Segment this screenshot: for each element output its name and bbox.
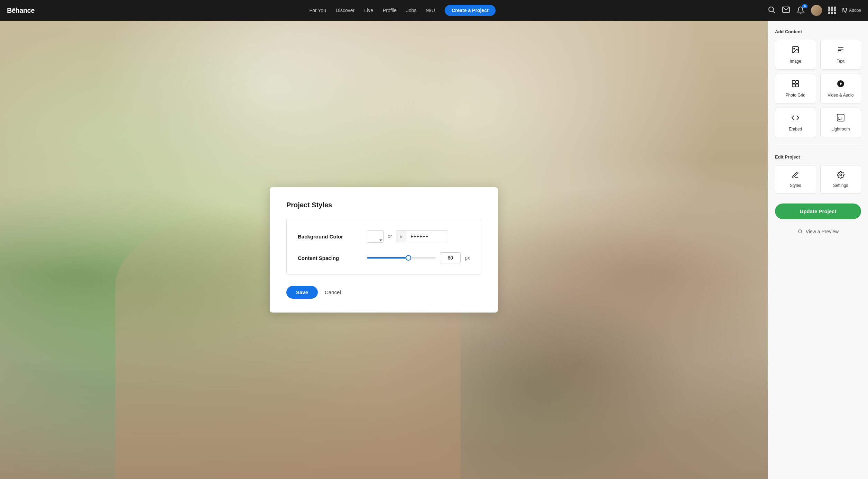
cancel-button[interactable]: Cancel bbox=[325, 289, 341, 295]
add-content-grid: Image T Text Photo Grid bbox=[775, 40, 861, 137]
svg-point-18 bbox=[798, 230, 801, 233]
svg-point-4 bbox=[794, 48, 795, 49]
svg-point-17 bbox=[840, 174, 842, 176]
embed-icon bbox=[791, 114, 800, 124]
apps-grid-icon[interactable] bbox=[828, 7, 836, 14]
svg-rect-10 bbox=[796, 81, 798, 83]
svg-point-0 bbox=[769, 7, 774, 12]
settings-icon bbox=[837, 171, 844, 180]
color-swatch[interactable] bbox=[367, 230, 384, 243]
slider-track bbox=[367, 257, 436, 259]
sidebar-item-photo-grid[interactable]: Photo Grid bbox=[775, 74, 816, 103]
embed-label: Embed bbox=[789, 127, 802, 132]
video-audio-icon bbox=[837, 80, 845, 90]
slider-track-wrapper bbox=[367, 254, 436, 261]
background-color-label: Background Color bbox=[298, 234, 367, 240]
px-label: px bbox=[465, 255, 470, 261]
notification-bell[interactable]: 9 bbox=[796, 6, 805, 15]
svg-rect-11 bbox=[792, 84, 795, 87]
sidebar-divider bbox=[775, 146, 861, 146]
add-content-title: Add Content bbox=[775, 29, 861, 34]
svg-text:T: T bbox=[838, 49, 840, 53]
view-preview-label: View a Preview bbox=[806, 229, 839, 234]
or-text: or bbox=[388, 234, 392, 239]
photo-grid-label: Photo Grid bbox=[786, 93, 805, 98]
sidebar-item-image[interactable]: Image bbox=[775, 40, 816, 70]
sidebar-item-text[interactable]: T Text bbox=[820, 40, 861, 70]
avatar[interactable] bbox=[811, 5, 822, 16]
hash-input-group: # bbox=[396, 231, 448, 242]
sidebar-item-embed[interactable]: Embed bbox=[775, 108, 816, 137]
nav-99u[interactable]: 99U bbox=[426, 8, 435, 13]
content-spacing-row: Content Spacing px bbox=[298, 252, 470, 263]
sidebar-item-lightroom[interactable]: Lr Lightroom bbox=[820, 108, 861, 137]
photo-grid-icon bbox=[791, 80, 800, 90]
sidebar-item-video-audio[interactable]: Video & Audio bbox=[820, 74, 861, 103]
update-project-button[interactable]: Update Project bbox=[775, 204, 861, 219]
lightroom-icon: Lr bbox=[837, 114, 845, 124]
svg-line-1 bbox=[773, 11, 775, 12]
edit-project-grid: Styles Settings bbox=[775, 165, 861, 194]
color-hex-input[interactable] bbox=[406, 231, 448, 242]
styles-icon bbox=[792, 171, 799, 180]
text-icon: T bbox=[837, 46, 845, 56]
image-label: Image bbox=[790, 59, 801, 64]
notification-count: 9 bbox=[802, 4, 807, 8]
video-audio-label: Video & Audio bbox=[828, 93, 853, 98]
content-spacing-controls: px bbox=[367, 252, 470, 263]
edit-project-section: Edit Project Styles Settings bbox=[775, 154, 861, 194]
slider-fill bbox=[367, 257, 408, 259]
content-area: Project Styles Background Color or bbox=[0, 21, 768, 479]
edit-project-title: Edit Project bbox=[775, 154, 861, 160]
nav-links: For You Discover Live Profile Jobs 99U C… bbox=[48, 5, 756, 16]
navbar: Bēhance For You Discover Live Profile Jo… bbox=[0, 0, 868, 21]
background-color-row: Background Color or # bbox=[298, 230, 470, 243]
background-color-controls: or # bbox=[367, 230, 470, 243]
image-icon bbox=[791, 46, 800, 56]
nav-profile[interactable]: Profile bbox=[383, 8, 397, 13]
text-label: Text bbox=[837, 59, 844, 64]
lightroom-label: Lightroom bbox=[831, 127, 850, 132]
modal-body: Background Color or # bbox=[286, 219, 481, 275]
nav-live[interactable]: Live bbox=[364, 8, 373, 13]
content-spacing-label: Content Spacing bbox=[298, 255, 367, 261]
project-styles-modal: Project Styles Background Color or bbox=[270, 187, 498, 313]
svg-line-19 bbox=[801, 233, 802, 234]
nav-for-you[interactable]: For You bbox=[310, 8, 326, 13]
navbar-right: 9 Adobe bbox=[767, 5, 861, 16]
save-button[interactable]: Save bbox=[286, 286, 318, 299]
settings-label: Settings bbox=[833, 183, 848, 188]
hash-symbol: # bbox=[396, 231, 406, 242]
right-sidebar: Add Content Image T Text bbox=[768, 21, 868, 479]
view-preview-link[interactable]: View a Preview bbox=[775, 229, 861, 234]
svg-text:Lr: Lr bbox=[838, 116, 842, 120]
slider-container: px bbox=[367, 252, 470, 263]
styles-label: Styles bbox=[790, 183, 801, 188]
search-small-icon bbox=[797, 229, 803, 234]
create-project-button[interactable]: Create a Project bbox=[445, 5, 496, 16]
logo[interactable]: Bēhance bbox=[7, 7, 35, 15]
svg-rect-9 bbox=[792, 81, 795, 83]
spacing-value-input[interactable] bbox=[440, 252, 461, 263]
nav-discover[interactable]: Discover bbox=[336, 8, 354, 13]
swatch-arrow-icon bbox=[379, 240, 382, 241]
main-layout: Project Styles Background Color or bbox=[0, 21, 868, 479]
svg-rect-12 bbox=[796, 84, 798, 87]
nav-jobs[interactable]: Jobs bbox=[406, 8, 417, 13]
mail-icon[interactable] bbox=[782, 6, 790, 16]
modal-overlay: Project Styles Background Color or bbox=[0, 21, 768, 479]
sidebar-item-settings[interactable]: Settings bbox=[820, 165, 861, 194]
adobe-label: Adobe bbox=[842, 8, 861, 13]
search-icon[interactable] bbox=[767, 6, 776, 16]
add-content-section: Add Content Image T Text bbox=[775, 29, 861, 137]
modal-actions: Save Cancel bbox=[286, 286, 481, 299]
sidebar-item-styles[interactable]: Styles bbox=[775, 165, 816, 194]
slider-thumb[interactable] bbox=[406, 255, 411, 261]
modal-title: Project Styles bbox=[286, 201, 481, 209]
